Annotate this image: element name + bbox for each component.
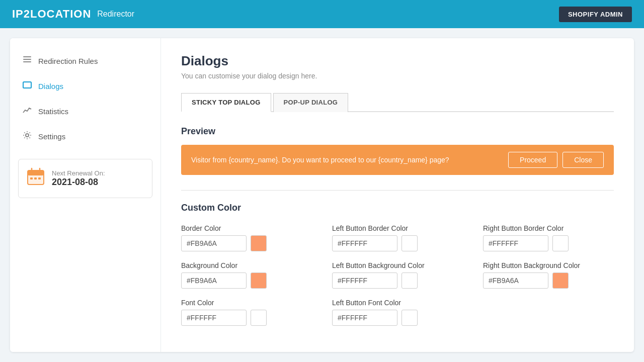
gear-icon (22, 131, 32, 142)
left-btn-font-color-input[interactable] (332, 310, 397, 326)
tab-popup-dialog[interactable]: POP-UP DIALOG (273, 93, 349, 112)
preview-banner-text: Visitor from {country_name}. Do you want… (191, 156, 449, 164)
calendar-icon (27, 167, 45, 190)
sidebar-item-settings[interactable]: Settings (10, 124, 160, 149)
left-btn-border-color-label: Left Button Border Color (332, 224, 463, 232)
main-content: Dialogs You can customise your dialog de… (161, 38, 634, 352)
background-color-field: Background Color (181, 261, 312, 289)
sidebar-item-dialogs[interactable]: Dialogs (10, 73, 160, 99)
product-name: Redirector (97, 10, 134, 19)
svg-rect-7 (28, 170, 44, 175)
left-btn-border-color-input[interactable] (332, 235, 397, 251)
svg-rect-10 (30, 177, 33, 179)
tab-sticky-top-dialog[interactable]: STICKY TOP DIALOG (181, 93, 271, 112)
border-color-input-row (181, 235, 312, 251)
border-color-label: Border Color (181, 224, 312, 232)
page-subtitle: You can customise your dialog design her… (181, 72, 614, 80)
shopify-admin-button[interactable]: SHOPIFY ADMIN (559, 7, 632, 22)
logo-area: IP2LOCATION Redirector (12, 8, 134, 21)
left-btn-bg-color-swatch[interactable] (401, 273, 418, 289)
right-btn-bg-color-swatch[interactable] (552, 273, 569, 289)
statistics-icon (22, 106, 32, 117)
sidebar: Redirection Rules Dialogs Statistics (10, 38, 161, 352)
font-color-input-row (181, 310, 312, 326)
left-btn-border-color-swatch[interactable] (401, 235, 418, 251)
right-btn-bg-color-input-row (483, 273, 614, 289)
left-btn-bg-color-input[interactable] (332, 273, 397, 289)
col3-color-fields: Right Button Border Color Right Button B… (483, 224, 614, 326)
col2-color-fields: Left Button Border Color Left Button Bac… (332, 224, 463, 326)
left-btn-font-color-input-row (332, 310, 463, 326)
font-color-input[interactable] (181, 310, 247, 326)
svg-rect-1 (23, 59, 31, 60)
col1-color-fields: Border Color Background Color (181, 224, 312, 326)
left-btn-bg-color-label: Left Button Background Color (332, 261, 463, 269)
left-btn-font-color-swatch[interactable] (401, 310, 418, 326)
outer-card: Redirection Rules Dialogs Statistics (10, 38, 634, 352)
background-color-input-row (181, 273, 312, 289)
font-color-label: Font Color (181, 299, 312, 307)
renewal-date: 2021-08-08 (52, 177, 105, 188)
main-container: Redirection Rules Dialogs Statistics (0, 28, 644, 362)
close-button[interactable]: Close (562, 152, 604, 168)
preview-buttons: Proceed Close (508, 152, 604, 168)
background-color-label: Background Color (181, 261, 312, 269)
left-btn-border-color-input-row (332, 235, 463, 251)
right-btn-border-color-input-row (483, 235, 614, 251)
right-btn-bg-color-input[interactable] (483, 273, 548, 289)
renewal-card: Next Renewal On: 2021-08-08 (18, 159, 152, 198)
left-btn-border-color-field: Left Button Border Color (332, 224, 463, 251)
background-color-swatch[interactable] (251, 273, 267, 289)
svg-rect-3 (23, 82, 31, 88)
svg-rect-0 (23, 56, 31, 57)
app-header: IP2LOCATION Redirector SHOPIFY ADMIN (0, 0, 644, 28)
border-color-field: Border Color (181, 224, 312, 251)
right-btn-border-color-input[interactable] (483, 235, 548, 251)
left-btn-bg-color-field: Left Button Background Color (332, 261, 463, 289)
preview-title: Preview (181, 126, 614, 137)
border-color-swatch[interactable] (251, 235, 267, 251)
right-btn-bg-color-label: Right Button Background Color (483, 261, 614, 269)
list-icon (22, 55, 32, 66)
sidebar-item-label: Redirection Rules (38, 57, 98, 65)
color-fields-grid: Border Color Background Color (181, 224, 614, 326)
left-btn-font-color-label: Left Button Font Color (332, 299, 463, 307)
renewal-info: Next Renewal On: 2021-08-08 (52, 169, 105, 188)
font-color-field: Font Color (181, 299, 312, 326)
proceed-button[interactable]: Proceed (508, 152, 557, 168)
renewal-label: Next Renewal On: (52, 169, 105, 177)
logo-text: IP2LOCATION (12, 8, 91, 21)
svg-point-4 (26, 134, 29, 137)
svg-rect-2 (23, 61, 31, 62)
sidebar-item-label: Statistics (38, 107, 68, 116)
left-btn-font-color-field: Left Button Font Color (332, 299, 463, 326)
svg-rect-12 (38, 177, 41, 179)
background-color-input[interactable] (181, 273, 247, 289)
right-btn-border-color-field: Right Button Border Color (483, 224, 614, 251)
left-btn-bg-color-input-row (332, 273, 463, 289)
svg-rect-11 (34, 177, 37, 179)
sidebar-item-label: Dialogs (38, 82, 63, 90)
custom-color-section: Custom Color Border Color Backgroun (181, 203, 614, 326)
sidebar-item-label: Settings (38, 132, 65, 141)
section-divider (181, 190, 614, 191)
font-color-swatch[interactable] (251, 310, 267, 326)
preview-banner: Visitor from {country_name}. Do you want… (181, 145, 614, 175)
custom-color-title: Custom Color (181, 203, 614, 213)
border-color-input[interactable] (181, 235, 247, 251)
right-btn-bg-color-field: Right Button Background Color (483, 261, 614, 289)
dialog-tabs: STICKY TOP DIALOG POP-UP DIALOG (181, 92, 614, 112)
right-btn-border-color-label: Right Button Border Color (483, 224, 614, 232)
dialog-icon (22, 80, 32, 92)
preview-section: Preview Visitor from {country_name}. Do … (181, 126, 614, 175)
sidebar-item-statistics[interactable]: Statistics (10, 99, 160, 124)
right-btn-border-color-swatch[interactable] (552, 235, 569, 251)
sidebar-item-redirection-rules[interactable]: Redirection Rules (10, 48, 160, 73)
page-title: Dialogs (181, 53, 614, 69)
